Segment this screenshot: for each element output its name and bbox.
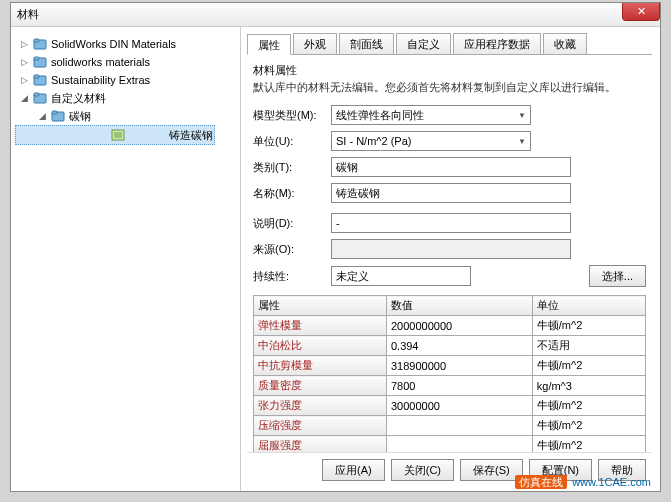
save-button[interactable]: 保存(S) [460,459,523,481]
chevron-down-icon: ▼ [518,111,526,120]
model-type-value: 线性弹性各向同性 [336,108,424,123]
tree-item-label: Sustainability Extras [51,74,150,86]
table-cell[interactable]: 不适用 [532,336,645,356]
properties-table: 属性数值单位弹性模量2000000000牛顿/m^2中泊松比0.394不适用中抗… [253,295,646,452]
tab-1[interactable]: 外观 [293,33,337,54]
tree-item[interactable]: ◢自定义材料 [15,89,236,107]
table-row: 中抗剪模量318900000牛顿/m^2 [254,356,646,376]
table-cell: 屈服强度 [254,436,387,453]
description-input[interactable]: - [331,213,571,233]
sustain-value: 未定义 [336,269,369,284]
name-value: 铸造碳钢 [336,186,380,201]
table-cell: 张力强度 [254,396,387,416]
tree-item[interactable]: 铸造碳钢 [15,125,215,145]
tab-0[interactable]: 属性 [247,34,291,55]
table-cell[interactable]: 牛顿/m^2 [532,316,645,336]
svg-rect-9 [52,111,57,114]
table-row: 屈服强度牛顿/m^2 [254,436,646,453]
table-cell: 中抗剪模量 [254,356,387,376]
folder-icon [51,110,65,122]
material-tree[interactable]: ▷SolidWorks DIN Materials▷solidworks mat… [11,27,241,491]
close-icon: ✕ [637,5,646,18]
tree-item[interactable]: ▷Sustainability Extras [15,71,236,89]
tree-twisty-icon[interactable]: ▷ [19,39,29,49]
apply-button[interactable]: 应用(A) [322,459,385,481]
table-cell[interactable] [386,436,532,453]
tree-item-label: 自定义材料 [51,91,106,106]
table-cell[interactable]: kg/m^3 [532,376,645,396]
folder-icon [33,56,47,68]
model-type-select[interactable]: 线性弹性各向同性 ▼ [331,105,531,125]
name-input[interactable]: 铸造碳钢 [331,183,571,203]
properties-panel: 材料属性 默认库中的材料无法编辑。您必须首先将材料复制到自定义库以进行编辑。 模… [247,55,652,452]
description-value: - [336,217,340,229]
group-subtitle: 默认库中的材料无法编辑。您必须首先将材料复制到自定义库以进行编辑。 [253,80,646,95]
table-row: 张力强度30000000牛顿/m^2 [254,396,646,416]
table-cell[interactable]: 0.394 [386,336,532,356]
tab-2[interactable]: 剖面线 [339,33,394,54]
table-cell[interactable]: 30000000 [386,396,532,416]
folder-icon [33,38,47,50]
table-header: 属性 [254,296,387,316]
table-cell[interactable]: 牛顿/m^2 [532,416,645,436]
tab-5[interactable]: 收藏 [543,33,587,54]
tree-twisty-icon[interactable]: ▷ [19,75,29,85]
tree-twisty-icon[interactable]: ◢ [19,93,29,103]
badge-url: www.1CAE.com [572,476,651,488]
svg-rect-3 [34,57,39,60]
table-row: 压缩强度牛顿/m^2 [254,416,646,436]
table-cell[interactable]: 2000000000 [386,316,532,336]
badge-text: 仿真在线 [515,475,567,489]
units-value: SI - N/m^2 (Pa) [336,135,411,147]
name-label: 名称(M): [253,186,331,201]
sustain-label: 持续性: [253,269,331,284]
tree-item-label: SolidWorks DIN Materials [51,38,176,50]
table-cell[interactable]: 牛顿/m^2 [532,436,645,453]
window-title: 材料 [17,7,39,22]
category-value: 碳钢 [336,160,358,175]
description-label: 说明(D): [253,216,331,231]
table-cell: 质量密度 [254,376,387,396]
tree-item[interactable]: ▷solidworks materials [15,53,236,71]
svg-rect-5 [34,75,39,78]
source-input [331,239,571,259]
svg-rect-1 [34,39,39,42]
table-cell: 弹性模量 [254,316,387,336]
category-input[interactable]: 碳钢 [331,157,571,177]
table-header: 数值 [386,296,532,316]
svg-rect-7 [34,93,39,96]
tree-item-label: 碳钢 [69,109,91,124]
tab-3[interactable]: 自定义 [396,33,451,54]
units-label: 单位(U): [253,134,331,149]
table-cell: 压缩强度 [254,416,387,436]
tree-twisty-icon[interactable]: ▷ [19,57,29,67]
titlebar: 材料 ✕ [11,3,660,27]
folder-icon [33,74,47,86]
tree-item-label: solidworks materials [51,56,150,68]
source-label: 来源(O): [253,242,331,257]
table-cell[interactable]: 318900000 [386,356,532,376]
table-cell[interactable]: 牛顿/m^2 [532,356,645,376]
table-row: 弹性模量2000000000牛顿/m^2 [254,316,646,336]
group-title: 材料属性 [253,63,646,78]
table-row: 中泊松比0.394不适用 [254,336,646,356]
table-row: 质量密度7800kg/m^3 [254,376,646,396]
tree-item-label: 铸造碳钢 [169,128,213,143]
table-cell[interactable]: 7800 [386,376,532,396]
close-button[interactable]: ✕ [622,3,660,21]
tab-4[interactable]: 应用程序数据 [453,33,541,54]
chevron-down-icon: ▼ [518,137,526,146]
close-dialog-button[interactable]: 关闭(C) [391,459,454,481]
tree-twisty-icon[interactable]: ◢ [37,111,47,121]
site-badge: 仿真在线 www.1CAE.com [515,475,651,490]
tree-item[interactable]: ▷SolidWorks DIN Materials [15,35,236,53]
sustain-value-box: 未定义 [331,266,471,286]
category-label: 类别(T): [253,160,331,175]
table-cell: 中泊松比 [254,336,387,356]
table-cell[interactable] [386,416,532,436]
table-cell[interactable]: 牛顿/m^2 [532,396,645,416]
tree-item[interactable]: ◢碳钢 [15,107,236,125]
material-dialog: 材料 ✕ ▷SolidWorks DIN Materials▷solidwork… [10,2,661,492]
select-button[interactable]: 选择... [589,265,646,287]
units-select[interactable]: SI - N/m^2 (Pa) ▼ [331,131,531,151]
